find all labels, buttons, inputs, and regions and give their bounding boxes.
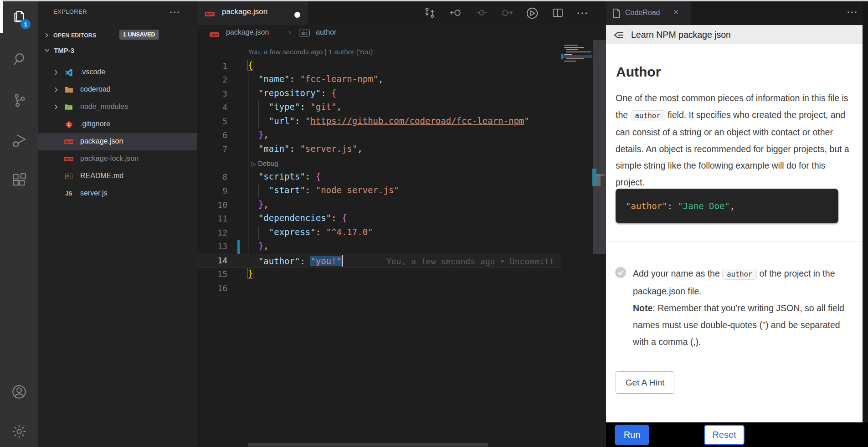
line-number: 12 <box>197 228 227 237</box>
code-line[interactable]: "express": "^4.17.0" <box>248 227 373 237</box>
code-line[interactable]: }, <box>248 129 269 139</box>
file-row[interactable]: .gitignore <box>38 116 197 133</box>
run-circle-button[interactable] <box>525 6 538 19</box>
extensions-icon <box>11 172 27 188</box>
unsaved-badge: 1 UNSAVED <box>119 30 159 40</box>
editor-more-actions-button[interactable] <box>577 6 590 19</box>
code-line[interactable]: } <box>248 268 253 278</box>
code-line[interactable]: "main": "server.js", <box>248 144 363 154</box>
symbol-string-icon: abc <box>299 30 310 36</box>
get-a-hint-button[interactable]: Get A Hint <box>616 371 674 394</box>
coderoad-header: Learn NPM package json <box>606 25 868 44</box>
file-row[interactable]: JSserver.js <box>38 185 197 202</box>
divider <box>606 241 868 242</box>
file-row[interactable]: coderoad <box>38 81 197 98</box>
code-line[interactable]: "scripts": { <box>248 171 321 181</box>
code-line[interactable]: "name": "fcc-learn-npm", <box>248 74 383 84</box>
explorer-more-actions-button[interactable] <box>168 7 181 17</box>
line-number: 8 <box>197 172 227 182</box>
code-line[interactable]: }, <box>248 241 269 251</box>
horizontal-scrollbar[interactable] <box>248 443 488 447</box>
sidebar-item-extensions[interactable] <box>0 164 38 196</box>
sidebar-item-explorer[interactable]: 1 <box>0 1 38 33</box>
sidebar-item-source-control[interactable] <box>0 84 38 116</box>
code-line[interactable]: "start": "node server.js" <box>248 185 399 195</box>
window-top-border <box>0 0 868 1</box>
collapse-menu-icon[interactable] <box>612 29 625 41</box>
tab-coderoad[interactable]: CodeRoad × <box>606 0 691 25</box>
code-line[interactable]: "dependencies": { <box>248 213 347 223</box>
window-edge <box>863 0 868 422</box>
explorer-badge: 1 <box>21 19 31 29</box>
code-editor[interactable]: You, a few seconds ago | 1 author (You)1… <box>197 40 561 447</box>
note-label: Note <box>633 303 652 313</box>
breadcrumb-file[interactable]: package.json <box>226 28 269 36</box>
chevron-right-icon <box>53 104 59 110</box>
line-number: 6 <box>197 130 227 140</box>
accounts-button[interactable] <box>0 376 38 408</box>
task-item: Add your name as the author of the proje… <box>633 265 854 350</box>
sidebar-item-search[interactable] <box>0 43 38 75</box>
line-number: 13 <box>197 241 227 251</box>
svg-text:abc: abc <box>301 31 308 36</box>
settings-button[interactable] <box>0 416 38 447</box>
split-editor-button[interactable] <box>551 6 564 19</box>
chevron-right-icon <box>53 87 59 93</box>
inactive-breakpoint-button[interactable] <box>475 6 488 19</box>
file-row[interactable]: npmpackage-lock.json <box>38 150 197 168</box>
file-row[interactable]: JSnode_modules <box>38 98 197 116</box>
file-row[interactable]: .vscode <box>38 64 197 81</box>
code-line[interactable]: "type": "git", <box>248 102 342 112</box>
file-row[interactable]: npmpackage.json <box>38 133 197 150</box>
line-number: 3 <box>197 89 227 98</box>
line-number: 1 <box>197 61 227 71</box>
open-editors-label: OPEN EDITORS <box>53 32 96 39</box>
code-line[interactable]: "url": "https://github.com/coderoad/fcc-… <box>248 116 529 126</box>
git-file-icon <box>64 120 74 128</box>
minimap[interactable] <box>561 40 606 447</box>
file-name: README.md <box>80 172 123 180</box>
accounts-icon <box>10 383 28 401</box>
code-line[interactable]: "repository": { <box>248 88 337 98</box>
code-line[interactable]: { <box>248 60 253 70</box>
js-file-icon: JS <box>64 190 74 198</box>
tab-package-json[interactable]: npm package.json <box>197 0 308 25</box>
line-number: 11 <box>197 214 227 223</box>
chevron-down-icon <box>44 47 50 53</box>
project-name: TMP-3 <box>54 46 74 54</box>
line-number: 4 <box>197 103 227 112</box>
code-line[interactable]: "author": "you!"You, a few seconds ago •… <box>248 255 554 267</box>
open-editors-section[interactable]: OPEN EDITORS 1 UNSAVED <box>38 28 197 42</box>
run-button[interactable]: Run <box>615 425 649 445</box>
window-corner <box>0 0 3 33</box>
codelens-debug[interactable]: ▷ Debug <box>252 159 278 167</box>
panel-more-actions-button[interactable] <box>847 7 860 17</box>
npm-icon: npm <box>210 29 219 37</box>
project-root-folder[interactable]: TMP-3 <box>38 44 197 57</box>
vertical-scrollbar[interactable] <box>593 40 606 254</box>
line-number: 10 <box>197 200 227 210</box>
code-line[interactable]: }, <box>248 199 269 209</box>
line-number: 9 <box>197 186 227 195</box>
git-compare-button[interactable] <box>423 6 436 19</box>
activity-bar: 1 <box>0 0 38 447</box>
reset-button[interactable]: Reset <box>704 425 745 445</box>
page-title: Author <box>616 64 661 80</box>
sidebar-item-run-debug[interactable] <box>0 124 38 156</box>
line-number: 5 <box>197 117 227 126</box>
vscode-file-icon <box>64 68 74 77</box>
check-icon <box>614 266 627 279</box>
step-back-button[interactable] <box>449 6 462 19</box>
file-name: .vscode <box>80 68 105 76</box>
vscode-window: 1 <box>0 0 868 447</box>
modified-dot-icon[interactable] <box>294 12 300 18</box>
file-name: node_modules <box>80 103 128 111</box>
step-forward-button[interactable] <box>501 6 514 19</box>
close-icon[interactable]: × <box>673 7 679 17</box>
file-name: .gitignore <box>80 120 110 128</box>
example-code-block: "author": "Jane Doe", <box>616 189 838 223</box>
gitlens-file-annotation: You, a few seconds ago | 1 author (You) <box>248 48 373 56</box>
breadcrumb-symbol[interactable]: author <box>316 28 336 36</box>
file-row[interactable]: M↓README.md <box>38 168 197 185</box>
tutorial-title: Learn NPM package json <box>631 30 731 40</box>
